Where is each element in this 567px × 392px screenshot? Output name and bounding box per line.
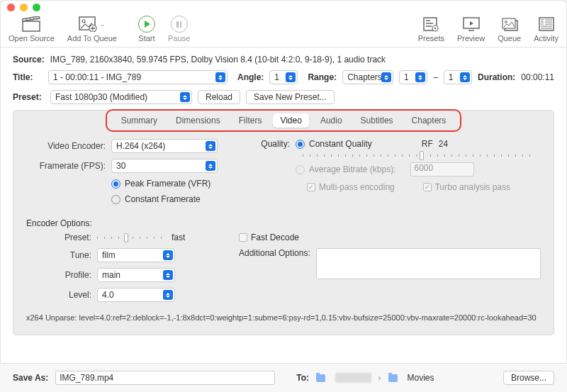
picture-plus-icon (78, 16, 98, 33)
folder-icon (388, 374, 398, 382)
slider-thumb[interactable] (420, 151, 424, 160)
level-select[interactable]: 4.0 (97, 288, 175, 302)
pause-button: Pause (168, 16, 190, 43)
fast-decode-checkbox[interactable] (239, 233, 247, 242)
tab-summary[interactable]: Summary (114, 113, 164, 128)
breadcrumb-sep: › (378, 373, 381, 383)
encoder-options-header: Encoder Options: (26, 218, 541, 228)
svg-point-6 (434, 28, 437, 30)
rf-value: 24 (439, 139, 448, 149)
preset-select[interactable]: Fast 1080p30 (Modified) (50, 90, 192, 104)
level-label: Level: (26, 290, 97, 300)
start-button[interactable]: Start (138, 16, 155, 43)
open-source-label: Open Source (9, 34, 55, 43)
tune-value: film (102, 250, 116, 260)
presets-button[interactable]: Presets (418, 16, 444, 43)
angle-label: Angle: (237, 72, 264, 82)
title-value: 1 - 00:00:11 - IMG_789 (53, 72, 141, 82)
constant-framerate-radio[interactable] (111, 195, 120, 204)
quality-label: Quality: (260, 139, 296, 149)
tab-subtitles[interactable]: Subtitles (354, 113, 400, 128)
video-encoder-label: Video Encoder: (26, 141, 111, 151)
queue-button[interactable]: Queue (498, 16, 521, 43)
preset-label: Preset: (13, 92, 45, 102)
peak-framerate-radio[interactable] (111, 179, 120, 189)
tab-filters[interactable]: Filters (232, 113, 269, 128)
preview-label: Preview (457, 34, 485, 43)
framerate-select[interactable]: 30 (111, 159, 218, 173)
zoom-window-icon[interactable] (33, 4, 40, 11)
updown-icon (460, 72, 470, 82)
range-to-select[interactable]: 1 (444, 70, 472, 84)
slider-thumb[interactable] (124, 233, 128, 242)
turbo-checkbox (423, 183, 432, 191)
updown-icon (381, 72, 391, 82)
avg-bitrate-label: Average Bitrate (kbps): (309, 164, 396, 174)
tab-video[interactable]: Video (273, 113, 308, 128)
close-window-icon[interactable] (7, 4, 15, 11)
save-as-input[interactable]: IMG_789.mp4 (55, 371, 275, 385)
range-type-value: Chapters (347, 72, 382, 82)
browse-label: Browse... (511, 373, 546, 383)
settings-panel: Summary Dimensions Filters Video Audio S… (13, 110, 554, 335)
range-dash: – (433, 72, 438, 82)
constant-quality-radio[interactable] (296, 140, 305, 149)
angle-value: 1 (274, 72, 279, 82)
video-encoder-value: H.264 (x264) (116, 141, 165, 151)
updown-icon (163, 290, 173, 300)
angle-select[interactable]: 1 (269, 70, 298, 84)
presets-label: Presets (418, 34, 444, 43)
profile-select[interactable]: main (97, 268, 175, 282)
start-label: Start (138, 34, 155, 43)
presets-icon (421, 16, 441, 33)
x264-unparse: x264 Unparse: level=4.0:ref=2:deblock=-1… (26, 313, 541, 322)
pause-icon (171, 16, 188, 33)
chevron-down-icon[interactable]: ⌄ (100, 21, 106, 28)
title-label: Title: (13, 72, 43, 82)
title-select[interactable]: 1 - 00:00:11 - IMG_789 (48, 70, 228, 84)
minimize-window-icon[interactable] (20, 4, 28, 11)
dest-blur: ▒▒▒▒▒ (335, 373, 371, 383)
range-from-select[interactable]: 1 (399, 70, 427, 84)
tab-audio[interactable]: Audio (313, 113, 349, 128)
svg-point-2 (82, 20, 85, 23)
updown-icon (163, 270, 173, 280)
constant-quality-label: Constant Quality (309, 139, 372, 149)
open-source-button[interactable]: Open Source (9, 16, 55, 43)
avg-bitrate-radio[interactable] (296, 165, 305, 174)
quality-slider[interactable] (303, 155, 537, 157)
tab-dimensions[interactable]: Dimensions (169, 113, 228, 128)
tab-chapters[interactable]: Chapters (405, 113, 454, 128)
range-type-select[interactable]: Chapters (342, 70, 393, 84)
enc-preset-label: Preset: (26, 233, 97, 242)
duration-value: 00:00:11 (521, 72, 554, 82)
enc-preset-slider[interactable] (97, 237, 164, 239)
reload-label: Reload (206, 92, 232, 102)
additional-options-input[interactable] (316, 248, 541, 279)
save-new-preset-button[interactable]: Save New Preset... (246, 90, 335, 104)
reload-button[interactable]: Reload (198, 90, 240, 104)
framerate-value: 30 (116, 161, 125, 171)
browse-button[interactable]: Browse... (503, 371, 554, 385)
level-value: 4.0 (102, 290, 114, 300)
activity-button[interactable]: Activity (534, 16, 558, 43)
constant-framerate-label: Constant Framerate (125, 194, 201, 204)
preview-button[interactable]: Preview (457, 16, 485, 43)
add-to-queue-button[interactable]: ⌄ Add To Queue (67, 16, 117, 43)
source-value: IMG_789, 2160x3840, 59.9745 FPS, Dolby V… (50, 55, 386, 65)
range-to-value: 1 (449, 72, 454, 82)
folder-icon (316, 374, 325, 382)
profile-label: Profile: (26, 270, 97, 280)
add-to-queue-label: Add To Queue (67, 34, 117, 43)
video-encoder-select[interactable]: H.264 (x264) (111, 139, 218, 153)
clapperboard-icon (21, 16, 41, 33)
play-icon (138, 16, 155, 33)
range-from-value: 1 (404, 72, 409, 82)
additional-options-label: Additional Options: (239, 248, 316, 258)
tune-select[interactable]: film (97, 248, 175, 262)
source-label: Source: (13, 55, 45, 65)
to-label: To: (296, 373, 309, 383)
multipass-checkbox (307, 183, 315, 191)
peak-framerate-label: Peak Framerate (VFR) (125, 179, 210, 189)
queue-label: Queue (498, 34, 521, 43)
